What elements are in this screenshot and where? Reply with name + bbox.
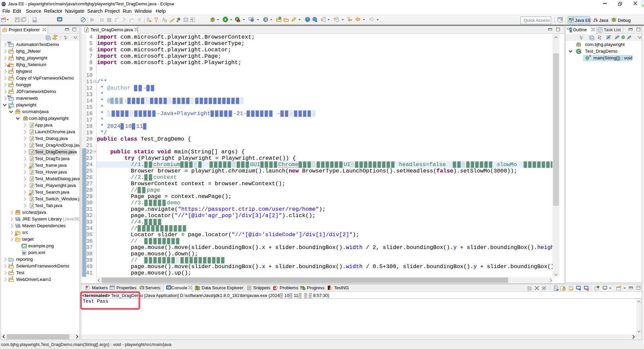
svg-text:z: z <box>600 37 601 40</box>
svg-text:S: S <box>618 35 620 38</box>
svg-text:J: J <box>593 18 595 23</box>
svg-text:L: L <box>630 35 632 38</box>
svg-text:¶: ¶ <box>192 18 193 22</box>
svg-text:G: G <box>329 287 332 291</box>
